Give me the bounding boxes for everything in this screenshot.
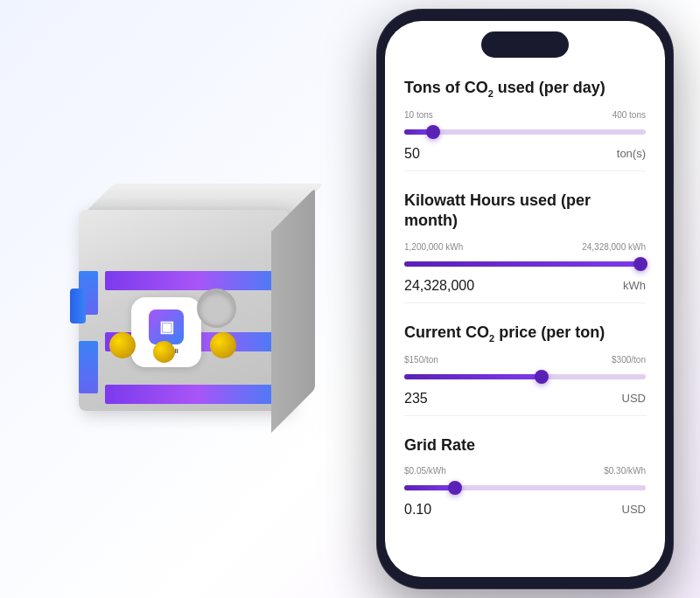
range-max-co2: 400 tons xyxy=(612,110,646,120)
slider-fill-co2 xyxy=(404,129,433,135)
range-max-gridrate: $0.30/kWh xyxy=(604,466,646,476)
range-labels-co2price: $150/ton $300/ton xyxy=(404,355,646,365)
value-unit-kwh: kWh xyxy=(623,279,646,292)
value-number-co2: 50 xyxy=(404,146,420,162)
stripe-top xyxy=(105,271,289,290)
slider-fill-co2price xyxy=(404,374,542,379)
slider-container-co2[interactable] xyxy=(404,123,646,141)
slider-track-co2price xyxy=(404,374,646,379)
logo-icon: ▣ xyxy=(149,309,184,344)
value-row-co2price: 235 USD xyxy=(404,391,646,407)
slider-thumb-kwh[interactable] xyxy=(634,257,648,271)
range-min-gridrate: $0.05/kWh xyxy=(404,466,446,476)
slider-thumb-co2price[interactable] xyxy=(535,370,549,384)
section-co2: Tons of CO2 used (per day) 10 tons 400 t… xyxy=(404,78,646,171)
connector-1 xyxy=(109,332,136,358)
section-title-kwh: Kilowatt Hours used (per month) xyxy=(404,191,646,232)
side-connector xyxy=(70,289,86,323)
range-labels-kwh: 1,200,000 kWh 24,328,000 kWh xyxy=(404,242,646,252)
value-number-kwh: 24,328,000 xyxy=(404,278,474,294)
range-min-co2: 10 tons xyxy=(404,110,433,120)
connector-3 xyxy=(210,332,236,358)
stripe-bottom xyxy=(105,385,289,404)
section-title-gridrate: Grid Rate xyxy=(404,435,646,455)
connector-2 xyxy=(153,341,175,363)
slider-track-gridrate xyxy=(404,485,646,490)
slider-container-kwh[interactable] xyxy=(404,255,646,273)
value-unit-co2: ton(s) xyxy=(617,147,646,160)
range-max-co2price: $300/ton xyxy=(612,355,646,365)
value-row-co2: 50 ton(s) xyxy=(404,146,646,162)
value-row-gridrate: 0.10 USD xyxy=(404,502,646,518)
slider-thumb-gridrate[interactable] xyxy=(448,481,462,495)
range-labels-gridrate: $0.05/kWh $0.30/kWh xyxy=(404,466,646,476)
vent-circle xyxy=(197,289,236,328)
fuel-cell-area: ▣ FuelCell xyxy=(0,52,368,560)
section-title-co2: Tons of CO2 used (per day) xyxy=(404,78,646,100)
phone-container: Tons of CO2 used (per day) 10 tons 400 t… xyxy=(376,9,674,589)
side-stripe-2 xyxy=(79,341,98,393)
value-number-gridrate: 0.10 xyxy=(404,502,431,518)
slider-track-kwh xyxy=(404,261,646,267)
slider-track-co2 xyxy=(404,129,646,135)
range-max-kwh: 24,328,000 kWh xyxy=(582,242,646,252)
range-min-kwh: 1,200,000 kWh xyxy=(404,242,463,252)
slider-thumb-co2[interactable] xyxy=(426,125,440,139)
range-labels-co2: 10 tons 400 tons xyxy=(404,110,646,120)
section-co2price: Current CO2 price (per ton) $150/ton $30… xyxy=(404,323,646,416)
dynamic-island xyxy=(481,31,569,58)
slider-fill-gridrate xyxy=(404,485,455,490)
phone-screen: Tons of CO2 used (per day) 10 tons 400 t… xyxy=(385,21,665,577)
slider-container-co2price[interactable] xyxy=(404,368,646,386)
value-unit-gridrate: USD xyxy=(622,503,646,516)
section-gridrate: Grid Rate $0.05/kWh $0.30/kWh 0.10 USD xyxy=(404,435,646,526)
slider-fill-kwh xyxy=(404,261,640,267)
slider-container-gridrate[interactable] xyxy=(404,479,646,497)
value-row-kwh: 24,328,000 kWh xyxy=(404,278,646,294)
screen-content: Tons of CO2 used (per day) 10 tons 400 t… xyxy=(385,69,665,577)
section-kwh: Kilowatt Hours used (per month) 1,200,00… xyxy=(404,191,646,303)
box-front-face: ▣ FuelCell xyxy=(79,210,289,411)
value-unit-co2price: USD xyxy=(622,392,646,405)
box-right-face xyxy=(271,188,315,433)
section-title-co2price: Current CO2 price (per ton) xyxy=(404,323,646,344)
fuelcell-3d: ▣ FuelCell xyxy=(52,184,315,428)
range-min-co2price: $150/ton xyxy=(404,355,438,365)
value-number-co2price: 235 xyxy=(404,391,428,407)
